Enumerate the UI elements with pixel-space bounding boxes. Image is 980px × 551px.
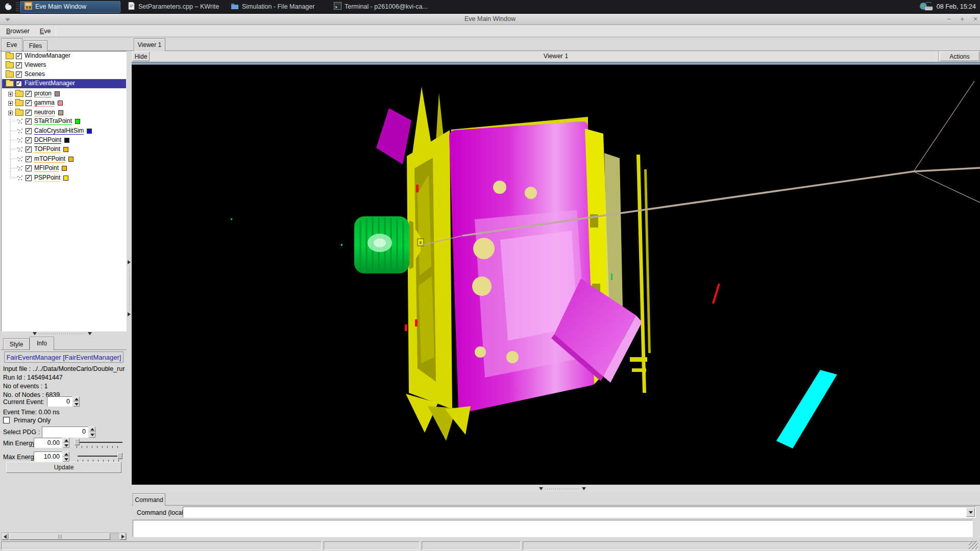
tab-files[interactable]: Files (23, 40, 47, 51)
hide-button[interactable]: Hide (132, 52, 150, 61)
scroll-left-icon[interactable] (2, 533, 8, 540)
splitter-arrow-icon[interactable] (33, 332, 37, 335)
tree-item-startrapoint[interactable]: STaRTraPoint (2, 117, 125, 126)
tab-eve[interactable]: Eve (1, 38, 22, 51)
checkbox[interactable] (16, 71, 22, 78)
checkbox[interactable] (26, 156, 32, 162)
tree-item-gamma[interactable]: gamma (2, 98, 125, 108)
tab-info[interactable]: Info (30, 337, 54, 350)
max-energy-spin-buttons[interactable] (63, 452, 69, 462)
expand-icon[interactable] (8, 92, 13, 96)
color-swatch[interactable] (87, 129, 92, 134)
min-energy-spinbox[interactable]: 0.00 (34, 438, 62, 448)
spin-down-icon[interactable] (63, 457, 69, 462)
spin-up-icon[interactable] (89, 427, 95, 432)
expand-icon[interactable] (8, 101, 13, 106)
select-pdg-spin-buttons[interactable] (89, 427, 95, 438)
update-button[interactable]: Update (6, 462, 121, 473)
splitter-arrow-icon[interactable] (88, 332, 92, 335)
color-swatch[interactable] (64, 138, 69, 143)
checkbox[interactable] (16, 81, 22, 87)
max-energy-spinbox[interactable]: 10.00 (34, 452, 62, 462)
tree-item-scenes[interactable]: Scenes (2, 70, 125, 79)
color-swatch[interactable] (55, 91, 60, 96)
color-swatch[interactable] (63, 176, 68, 181)
info-title: FairEventManager [FairEventManager] (4, 352, 124, 363)
tree-item-windowmanager[interactable]: WindowManager (2, 52, 125, 61)
primary-only-checkbox[interactable] (3, 417, 10, 423)
color-swatch[interactable] (58, 110, 63, 115)
min-energy-slider[interactable] (76, 442, 122, 443)
checkbox[interactable] (26, 137, 32, 143)
minimize-button[interactable]: − (943, 14, 954, 24)
spin-up-icon[interactable] (63, 452, 69, 457)
checkbox[interactable] (26, 100, 32, 106)
current-event-spin-buttons[interactable] (73, 396, 80, 407)
taskbar-task-eve[interactable]: Eve Main Window (20, 1, 120, 13)
checkbox[interactable] (16, 62, 22, 68)
viewer-command-splitter[interactable] (132, 485, 980, 493)
tree-info-splitter[interactable] (39, 334, 86, 334)
tree-item-viewers[interactable]: Viewers (2, 61, 125, 70)
current-event-spinbox[interactable]: 0 (47, 396, 72, 407)
left-panel-hscrollbar[interactable] (1, 533, 127, 540)
menu-browser[interactable]: Browser (1, 26, 35, 36)
checkbox[interactable] (26, 175, 32, 181)
window-titlebar[interactable]: Eve Main Window − + × (0, 14, 980, 25)
command-output[interactable] (133, 520, 973, 537)
tree-item-tofpoint[interactable]: TOFPoint (2, 145, 125, 154)
expand-icon[interactable] (8, 111, 13, 115)
spin-up-icon[interactable] (73, 396, 80, 402)
max-energy-slider-handle[interactable] (117, 453, 122, 459)
tree-item-faireventmanager[interactable]: FairEventManager (2, 79, 126, 88)
max-energy-slider[interactable] (78, 456, 122, 457)
taskbar-task-terminal[interactable]: Terminal - p261006@kvi-ca... (330, 1, 430, 13)
min-energy-spin-buttons[interactable] (63, 438, 69, 448)
taskbar-clock[interactable]: 08 Feb, 15:24 (918, 2, 980, 12)
tree-item-proton[interactable]: proton (2, 89, 125, 98)
command-input[interactable] (183, 507, 976, 518)
color-swatch[interactable] (63, 147, 68, 152)
panel-splitter[interactable] (128, 51, 132, 540)
checkbox[interactable] (26, 146, 32, 153)
menu-eve[interactable]: Eve (35, 26, 56, 36)
min-energy-slider-handle[interactable] (75, 439, 80, 445)
checkbox[interactable] (26, 118, 32, 124)
color-swatch[interactable] (75, 119, 80, 124)
checkbox[interactable] (26, 165, 32, 171)
info-no-events: No of events : 1 (3, 383, 48, 390)
taskbar-handle[interactable] (16, 2, 19, 11)
scrollbar-thumb[interactable] (9, 533, 110, 540)
gl-viewport-3d[interactable] (132, 65, 980, 485)
tree-item-neutron[interactable]: neutron (2, 108, 125, 117)
spin-down-icon[interactable] (89, 432, 95, 438)
tab-style[interactable]: Style (3, 338, 30, 349)
scroll-right-icon[interactable] (119, 533, 126, 540)
tab-command[interactable]: Command (133, 493, 165, 506)
taskbar-task-kwrite[interactable]: SetParameters.cpp – KWrite (124, 1, 224, 13)
combo-dropdown-button[interactable] (966, 508, 975, 517)
maximize-button[interactable]: + (957, 14, 968, 24)
spin-up-icon[interactable] (63, 438, 69, 443)
spin-down-icon[interactable] (63, 443, 69, 448)
taskbar-task-filemanager[interactable]: Simulation - File Manager (227, 1, 327, 13)
tree-item-psppoint[interactable]: PSPPoint (2, 173, 125, 183)
tree-item-mfipoint[interactable]: MFIPoint (2, 164, 125, 173)
tree-item-calocrystalhitsim[interactable]: CaloCrystalHitSim (2, 127, 125, 136)
checkbox[interactable] (26, 110, 32, 116)
tab-viewer1[interactable]: Viewer 1 (134, 38, 165, 51)
color-swatch[interactable] (68, 157, 74, 162)
resize-grip[interactable] (969, 542, 978, 549)
app-launcher-icon[interactable] (2, 1, 15, 13)
color-swatch[interactable] (62, 166, 67, 171)
checkbox[interactable] (26, 91, 32, 97)
close-button[interactable]: × (970, 14, 980, 24)
spin-down-icon[interactable] (73, 402, 80, 407)
checkbox[interactable] (26, 128, 32, 134)
actions-button[interactable]: Actions (940, 52, 979, 61)
checkbox[interactable] (16, 53, 22, 59)
tree-item-dchpoint[interactable]: DCHPoint (2, 136, 125, 145)
select-pdg-spinbox[interactable]: 0 (42, 427, 88, 438)
tree-item-mtofpoint[interactable]: mTOFPoint (2, 155, 125, 164)
color-swatch[interactable] (58, 101, 63, 106)
